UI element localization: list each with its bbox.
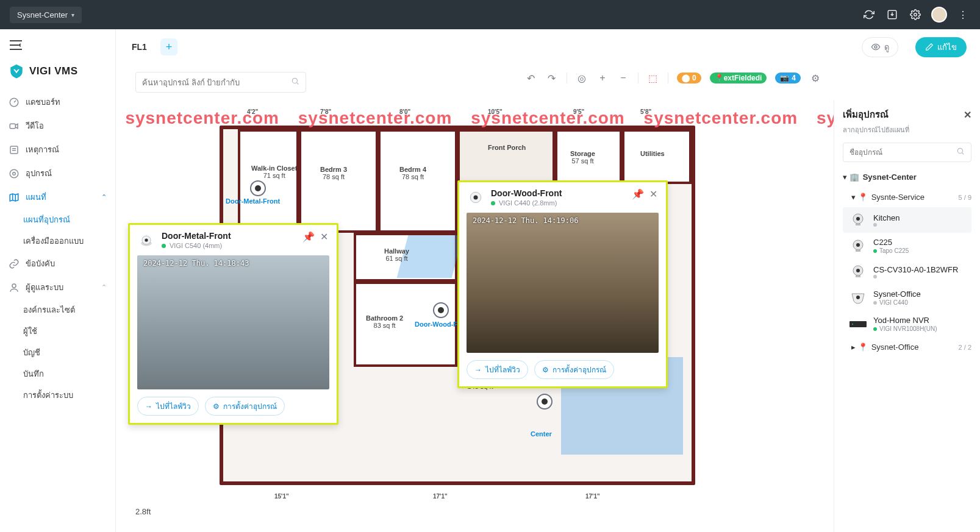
nav-dashboard[interactable]: แดชบอร์ท [0,90,115,114]
edit-button[interactable]: แก้ไข [915,37,967,57]
pin-icon[interactable]: 📌 [632,188,643,200]
separator [567,73,567,83]
video-preview[interactable]: 2024-12-12 Thu. 14:18:43 [137,255,329,389]
search-box[interactable] [135,72,306,93]
select-tool-icon[interactable]: ⬚ [647,72,659,84]
video-icon [9,121,20,132]
canvas-toolbar: ↶ ↷ ◎ + − ⬚ ⬤ 0 📍extFieldedi 0 📷 4 ⚙ [525,72,821,84]
download-icon[interactable] [885,7,900,22]
status-dot-icon [491,201,495,205]
camera-marker-wood[interactable] [433,302,449,318]
nav-users[interactable]: ผู้ใช้ [0,321,115,342]
camera-icon [467,188,485,207]
svg-point-10 [10,169,18,178]
gauge-icon [9,97,20,108]
nav-devices[interactable]: อุปกรณ์ [0,161,115,185]
popup-title: Door-Metal-Front [162,231,231,241]
device-row[interactable]: C225Tapo C225 [843,233,971,259]
view-button[interactable]: ดู [862,37,898,57]
target-icon[interactable]: ◎ [576,72,588,84]
nav-map[interactable]: แผนที่⌃ [0,185,115,209]
device-row[interactable]: Kitchen [843,207,971,233]
chevron-up-icon: ⌃ [101,193,107,201]
chevron-down-icon: ▾ [71,12,74,18]
nav-accounts[interactable]: บัญชี [0,342,115,363]
brand-text: VIGI VMS [29,65,78,77]
device-row[interactable]: CS-CV310-A0-1B2WFR [843,259,971,285]
svg-point-24 [474,196,478,200]
svg-line-26 [962,152,964,154]
brand: VIGI VMS [0,59,115,90]
zoom-out-icon[interactable]: − [617,72,629,84]
link-icon [9,258,20,269]
video-preview[interactable]: 2024-12-12 Thu. 14:19:06 [467,213,659,353]
go-live-button[interactable]: → ไปที่ไลฟ์วิว [467,360,528,379]
device-settings-button[interactable]: ⚙ การตั้งค่าอุปกรณ์ [534,360,614,379]
camera-label: Center [531,430,552,438]
redo-icon[interactable]: ↷ [546,72,558,84]
svg-rect-6 [10,124,15,129]
close-icon[interactable]: ✕ [318,231,329,243]
alert-count-badge[interactable]: ⬤ 0 [677,73,701,83]
hamburger-icon[interactable] [9,39,26,54]
popup-title: Door-Wood-Front [491,188,562,198]
video-timestamp: 2024-12-12 Thu. 14:18:43 [143,259,249,268]
nav-map-design[interactable]: เครื่องมือออกแบบ [0,230,115,252]
search-input[interactable] [142,78,291,87]
go-live-button[interactable]: → ไปที่ไลฟ์วิว [137,397,199,416]
search-icon [291,77,299,88]
svg-rect-32 [856,250,860,252]
svg-point-22 [145,238,148,241]
tree-office[interactable]: ▸ 📍 Sysnet-Office2 / 2 [843,337,971,357]
webcam-icon [849,212,867,228]
tree-service[interactable]: ▾ 📍 Sysnte-Service5 / 9 [843,187,971,207]
zoom-in-icon[interactable]: + [596,72,609,84]
nav-admin[interactable]: ผู้ดูแลระบบ⌃ [0,275,115,299]
online-count-badge[interactable]: 📍extFieldedi 0 [710,73,767,83]
svg-point-25 [957,148,962,153]
nav-video[interactable]: วีดีโอ [0,114,115,138]
nav-logs[interactable]: บันทึก [0,363,115,385]
camera-count-badge[interactable]: 📷 4 [775,73,801,83]
tree-root[interactable]: ▾ 🏢 Sysnet-Center [843,167,971,187]
device-settings-button[interactable]: ⚙ การตั้งค่าอุปกรณ์ [205,397,285,416]
left-sidebar: VIGI VMS แดชบอร์ท วีดีโอ เหตุการณ์ อุปกร… [0,29,116,532]
add-tab-button[interactable]: + [160,38,177,55]
user-icon [9,282,20,293]
nav-map-devices[interactable]: แผนที่อุปกรณ์ [0,209,115,230]
nav-constraints[interactable]: ข้อบังคับ [0,252,115,275]
svg-point-34 [856,269,860,272]
svg-point-1 [914,13,917,16]
site-selector-label: Sysnet-Center [17,10,68,20]
nav-org-site[interactable]: องค์กรและไซต์ [0,299,115,321]
device-row[interactable]: Yod-Home NVRVIGI NVR1008H(UN) [843,311,971,337]
undo-icon[interactable]: ↶ [525,72,537,84]
camera-label: Door-Metal-Front [226,197,280,205]
right-panel: เพิ่มอุปกรณ์✕ ลากอุปกรณ์ไปยังแผนที่ ▾ 🏢 … [834,100,980,532]
close-icon[interactable]: ✕ [648,188,659,200]
svg-point-31 [856,243,860,247]
device-filter[interactable] [843,143,971,162]
avatar[interactable] [931,7,947,23]
pin-icon[interactable]: 📌 [302,231,313,243]
more-icon[interactable]: ⋮ [956,7,970,22]
nav-system-settings[interactable]: การตั้งค่าระบบ [0,385,115,406]
device-filter-input[interactable] [849,148,956,157]
nav-events[interactable]: เหตุการณ์ [0,138,115,161]
dome-camera-icon [849,290,867,306]
site-selector[interactable]: Sysnet-Center ▾ [10,7,82,23]
camera-marker-metal[interactable] [250,180,266,196]
tab-fl1[interactable]: FL1 [129,37,149,57]
settings-gear-icon[interactable]: ⚙ [809,72,821,84]
video-timestamp: 2024-12-12 Thu. 14:19:06 [473,216,578,225]
camera-marker-center[interactable] [537,394,553,410]
refresh-icon[interactable] [862,7,876,22]
close-icon[interactable]: ✕ [964,109,971,121]
svg-rect-29 [856,224,860,225]
device-row[interactable]: Sysnet-OfficeVIGI C440 [843,285,971,311]
canvas[interactable]: ↶ ↷ ◎ + − ⬚ ⬤ 0 📍extFieldedi 0 📷 4 ⚙ sys… [116,65,980,532]
svg-rect-35 [856,275,860,277]
chevron-up-icon: ⌃ [101,283,107,291]
tab-bar: FL1 + ดู แก้ไข [116,29,980,65]
gear-icon[interactable] [908,7,923,22]
